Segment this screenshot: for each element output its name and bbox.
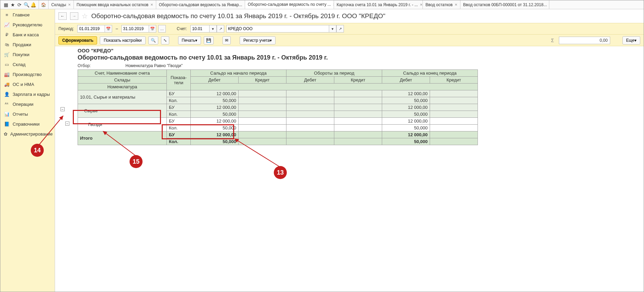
sidebar-item[interactable]: 📘Справочники	[0, 119, 55, 129]
tree-collapse-icon[interactable]: −	[65, 122, 69, 126]
sidebar-item-label: Главное	[13, 12, 30, 17]
favorite-star-icon[interactable]: ☆	[82, 12, 88, 20]
window-tab[interactable]: Ввод остатков×	[423, 0, 460, 9]
sidebar-icon: 🛍	[4, 42, 10, 47]
window-tabs: ▦ ★ ⟳ 🔍 🔔 🏠 Склады×Помощник ввода началь…	[0, 0, 644, 9]
window-tab[interactable]: Склады×	[49, 0, 74, 9]
sidebar-icon: 🏭	[4, 72, 10, 77]
col-account: Счет, Наименование счета	[78, 70, 167, 77]
sidebar-item[interactable]: 🛍Продажи	[0, 40, 55, 50]
sidebar-item-label: Производство	[13, 72, 42, 77]
dropdown-icon[interactable]: ▾	[209, 25, 217, 33]
sidebar-item[interactable]: 👤Зарплата и кадры	[0, 89, 55, 99]
parameters-bar: Период: 📅 – 📅 … Счет: ▾↗ ▾↗	[55, 23, 644, 35]
sidebar-icon: 🚚	[4, 82, 10, 87]
sidebar-item[interactable]: ₽Банк и касса	[0, 30, 55, 40]
window-tab[interactable]: Ввод остатков 00БП-000001 от 31.12.2018.…	[460, 0, 549, 9]
tree-collapse-icon[interactable]: −	[61, 107, 65, 111]
sidebar-item-label: Справочники	[13, 122, 40, 127]
col-end-balance: Сальдо на конец периода	[382, 70, 478, 77]
history-icon[interactable]: ⟳	[16, 2, 23, 8]
sidebar-item[interactable]: 🚚ОС и НМА	[0, 79, 55, 89]
close-icon[interactable]: ×	[68, 2, 71, 7]
sum-display: 0,00	[559, 37, 610, 44]
sidebar-item-label: Зарплата и кадры	[13, 92, 50, 97]
sidebar-item-label: Покупки	[13, 52, 29, 57]
callout-15: 15	[130, 155, 143, 168]
print-button[interactable]: Печать ▾	[178, 36, 201, 45]
sidebar-item-label: Склад	[13, 62, 26, 67]
sidebar-icon: 📈	[4, 22, 10, 27]
sidebar-icon: 🛒	[4, 52, 10, 57]
sidebar-icon: ₽	[4, 32, 10, 37]
sidebar-icon: ᴬᵏ	[4, 102, 10, 107]
sidebar-item[interactable]: ᴬᵏОперации	[0, 99, 55, 109]
calendar-icon[interactable]: 📅	[149, 25, 156, 33]
page-title: Оборотно-сальдовая ведомость по счету 10…	[91, 12, 385, 20]
close-icon[interactable]: ×	[420, 2, 422, 7]
period-picker-button[interactable]: …	[158, 25, 166, 33]
report-title: Оборотно-сальдовая ведомость по счету 10…	[61, 54, 644, 63]
window-tab[interactable]: Помощник ввода начальных остатков×	[74, 0, 156, 9]
row-main-label[interactable]: 10.01, Сырье и материалы	[78, 90, 167, 104]
sidebar-item-label: Продажи	[13, 42, 31, 47]
sidebar-item[interactable]: ▭Склад	[0, 60, 55, 69]
sidebar-item[interactable]: 📈Руководителю	[0, 20, 55, 30]
register-button[interactable]: Регистр учета ▾	[240, 36, 276, 45]
col-indicators: Показа- тели	[167, 70, 191, 90]
period-to-input[interactable]	[121, 25, 149, 33]
show-settings-button[interactable]: Показать настройки	[100, 36, 145, 45]
sidebar-item-label: ОС и НМА	[13, 82, 34, 87]
open-icon[interactable]: ↗	[217, 25, 224, 33]
calendar-icon[interactable]: 📅	[105, 25, 112, 33]
more-button[interactable]: Еще ▾	[622, 36, 640, 45]
back-button[interactable]: ←	[58, 12, 67, 20]
col-start-balance: Сальдо на начало периода	[191, 70, 286, 77]
star-icon[interactable]: ★	[9, 2, 16, 8]
sidebar-item[interactable]: 📊Отчеты	[0, 109, 55, 119]
sidebar-icon: ≡	[4, 12, 10, 17]
report-table: Счет, Наименование счета Показа- тели Са…	[78, 69, 478, 145]
row-raw-label[interactable]: Сырье	[78, 104, 167, 118]
collapse-button[interactable]: ⤡	[161, 36, 169, 45]
row-total-label: Итого	[78, 131, 167, 145]
sidebar-icon: 📘	[4, 122, 10, 127]
sidebar-icon: 📊	[4, 112, 10, 117]
apps-icon[interactable]: ▦	[2, 2, 9, 8]
dropdown-icon[interactable]: ▾	[329, 25, 336, 33]
close-icon[interactable]: ×	[150, 2, 153, 7]
open-icon[interactable]: ↗	[336, 25, 344, 33]
col-nomenclature: Номенклатура	[78, 84, 167, 90]
row-nails-label[interactable]: Гвозди	[78, 118, 167, 131]
bell-icon[interactable]: 🔔	[30, 2, 37, 8]
sidebar-icon: ✿	[4, 131, 8, 137]
sigma-icon: Σ	[551, 38, 554, 43]
sidebar-icon: ▭	[4, 62, 10, 67]
sidebar-item[interactable]: ≡Главное	[0, 10, 55, 20]
close-icon[interactable]: ×	[455, 2, 457, 7]
sidebar-item[interactable]: ✿Администрирование	[0, 129, 55, 139]
account-label: Счет:	[177, 26, 187, 31]
email-button[interactable]: ✉	[223, 36, 231, 45]
sidebar-icon: 👤	[4, 92, 10, 97]
window-tab[interactable]: Оборотно-сальдовая ведомость за Январ...…	[156, 0, 245, 9]
callout-13: 13	[274, 166, 287, 179]
home-tab[interactable]: 🏠	[39, 0, 49, 9]
forward-button[interactable]: →	[70, 12, 78, 20]
period-from-input[interactable]	[77, 25, 105, 33]
sidebar-item[interactable]: 🛒Покупки	[0, 50, 55, 60]
filter-label: Отбор:	[78, 63, 125, 68]
col-warehouse: Склады	[78, 77, 167, 84]
sidebar-item[interactable]: 🏭Производство	[0, 69, 55, 79]
close-icon[interactable]: ×	[549, 2, 549, 7]
account-input[interactable]	[190, 25, 209, 33]
filter-value: Номенклатура Равно "Гвозди"	[125, 63, 183, 68]
save-button[interactable]: 💾	[204, 36, 214, 45]
search-icon[interactable]: 🔍	[23, 2, 30, 8]
window-tab[interactable]: Оборотно-сальдовая ведомость по счету ..…	[245, 0, 334, 9]
sidebar: ≡Главное📈Руководителю₽Банк и касса🛍Прода…	[0, 9, 55, 292]
organization-input[interactable]	[226, 25, 329, 33]
window-tab[interactable]: Карточка счета 10.01 за Январь 2019 г. -…	[334, 0, 423, 9]
form-report-button[interactable]: Сформировать	[58, 36, 97, 45]
find-button[interactable]: 🔍	[148, 36, 158, 45]
